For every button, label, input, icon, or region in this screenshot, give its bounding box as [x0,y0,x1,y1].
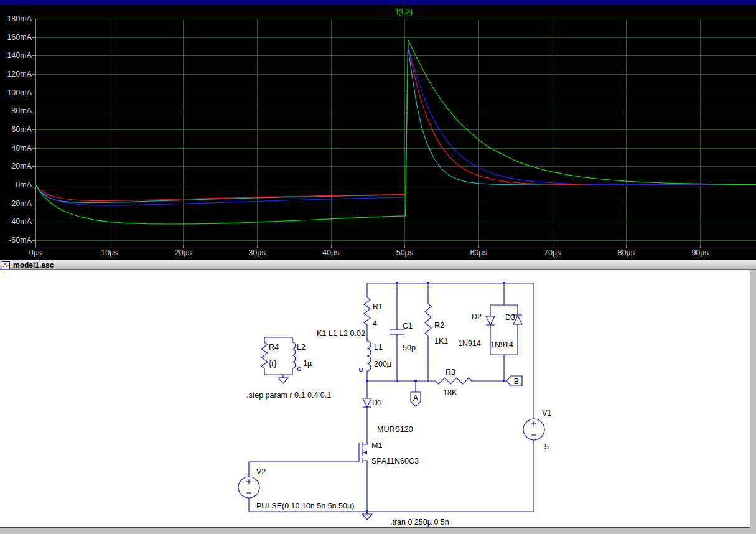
x-tick-label[interactable]: 40µs [322,248,339,257]
junction-dot [396,380,398,382]
plot-grid [35,19,756,245]
spice-directive-tran[interactable]: .tran 0 250µ 0 5n [390,518,449,527]
component-L2[interactable] [292,342,296,368]
x-tick-label[interactable]: 10µs [101,248,118,257]
ground-symbol[interactable] [278,378,288,383]
waveform-plot[interactable]: 0µs10µs20µs30µs40µs50µs60µs70µs80µs90µs1… [0,5,756,260]
component-C1[interactable] [390,330,404,334]
junction-dot [503,380,505,382]
y-tick-label[interactable]: -60mA [9,236,32,245]
R1-value-label[interactable]: 4 [373,319,377,328]
x-axis-labels: 0µs10µs20µs30µs40µs50µs60µs70µs80µs90µs [29,248,709,257]
V1-value-label[interactable]: 5 [544,443,549,451]
junction-dot [427,282,429,284]
junction-dot [366,380,368,382]
trace-cyan [35,47,756,203]
junction-dot [396,282,398,284]
D1-name-label[interactable]: D1 [372,398,382,407]
y-tick-label[interactable]: 180mA [7,14,32,23]
trace-title[interactable]: I(L2) [358,7,451,16]
R3-name-label[interactable]: R3 [446,368,455,377]
R2-value-label[interactable]: 1K1 [434,337,448,345]
x-tick-label[interactable]: 80µs [618,248,635,257]
component-V2[interactable] [238,477,259,498]
net-label-B[interactable]: B [514,377,519,386]
labels: R14C150pR21K1D21N914D31N914R4{r}L21µL120… [246,302,551,527]
V1-name-label[interactable]: V1 [542,409,551,418]
component-V1[interactable] [523,419,544,440]
y-tick-label[interactable]: 80mA [11,106,32,115]
net-label-A[interactable]: A [413,394,419,403]
x-tick-label[interactable]: 70µs [544,248,561,257]
x-tick-label[interactable]: 60µs [470,248,487,257]
y-tick-label[interactable]: 20mA [11,162,32,171]
L2-value-label[interactable]: 1µ [303,359,312,368]
y-tick-label[interactable]: 140mA [7,51,32,60]
traces [35,40,756,224]
D1-value-label[interactable]: MURS120 [377,425,413,434]
M1-name-label[interactable]: M1 [371,441,382,450]
D2-name-label[interactable]: D2 [472,312,482,321]
V2-value-label[interactable]: PULSE(0 10 10n 5n 5n 50µ) [256,502,354,510]
x-tick-label[interactable]: 30µs [248,248,265,257]
R4-name-label[interactable]: R4 [269,343,279,352]
L1-value-label[interactable]: 200µ [374,360,391,368]
plot-axes [32,19,756,248]
symbols [238,297,544,520]
schematic-document-icon-glyph [2,261,10,269]
C1-name-label[interactable]: C1 [403,322,413,330]
spice-directive-step[interactable]: .step param r 0.1 0.4 0.1 [246,391,331,400]
screen: 0µs10µs20µs30µs40µs50µs60µs70µs80µs90µs1… [0,0,756,534]
x-tick-label[interactable]: 90µs [691,248,708,257]
C1-value-label[interactable]: 50p [403,344,416,352]
R1-name-label[interactable]: R1 [373,302,383,311]
y-tick-label[interactable]: 160mA [7,33,32,42]
x-tick-label[interactable]: 0µs [29,248,42,257]
component-R1[interactable] [364,297,370,325]
background-window-titlebar[interactable] [0,0,756,5]
spice-directive-k1[interactable]: K1 L1 L2 0.02 [317,329,365,338]
y-tick-label[interactable]: 0mA [16,180,32,189]
component-L1[interactable] [367,341,371,371]
trace-red [35,44,756,200]
phasing-dot [360,368,363,372]
L2-name-label[interactable]: L2 [297,343,306,352]
x-tick-label[interactable]: 20µs [175,248,192,257]
D3-value-label[interactable]: 1N914 [490,340,513,349]
x-tick-label[interactable]: 50µs [396,248,413,257]
component-R3[interactable] [436,378,472,384]
D2-value-label[interactable]: 1N914 [458,339,481,348]
component-M1[interactable] [359,438,367,467]
V2-name-label[interactable]: V2 [256,467,266,476]
R3-value-label[interactable]: 18K [443,388,457,397]
R4-value-label[interactable]: {r} [269,359,277,368]
junction-dot [503,282,505,284]
M1-value-label[interactable]: SPA11N60C3 [371,457,419,466]
R2-name-label[interactable]: R2 [434,321,444,330]
y-tick-label[interactable]: 100mA [7,88,32,97]
component-D2[interactable] [486,316,495,325]
junction-dot [414,380,417,382]
junction-dot [366,510,368,513]
L1-name-label[interactable]: L1 [374,343,383,352]
y-axis-labels: 180mA160mA140mA120mA100mA80mA60mA40mA20m… [7,14,32,245]
schematic-document-icon[interactable] [2,261,10,269]
D3-name-label[interactable]: D3 [505,313,515,322]
component-R4[interactable] [261,342,268,368]
y-tick-label[interactable]: 120mA [7,70,32,78]
junction-dot [427,380,429,382]
component-D1[interactable] [363,398,371,407]
schematic-drawing[interactable]: R14C150pR21K1D21N914D31N914R4{r}L21µL120… [0,270,749,527]
y-tick-label[interactable]: 40mA [11,144,32,152]
y-tick-label[interactable]: -20mA [9,199,32,208]
y-tick-label[interactable]: -40mA [9,217,32,226]
y-tick-label[interactable]: 60mA [11,125,32,134]
schematic-titlebar[interactable]: model1.asc [0,260,756,270]
junctions [366,282,505,513]
waveform-pane[interactable]: 0µs10µs20µs30µs40µs50µs60µs70µs80µs90µs1… [0,5,756,260]
phasing-dot [298,368,301,371]
trace-blue [35,45,756,205]
schematic-canvas[interactable]: R14C150pR21K1D21N914D31N914R4{r}L21µL120… [0,270,750,528]
trace-green [35,40,756,224]
component-R2[interactable] [425,304,431,336]
